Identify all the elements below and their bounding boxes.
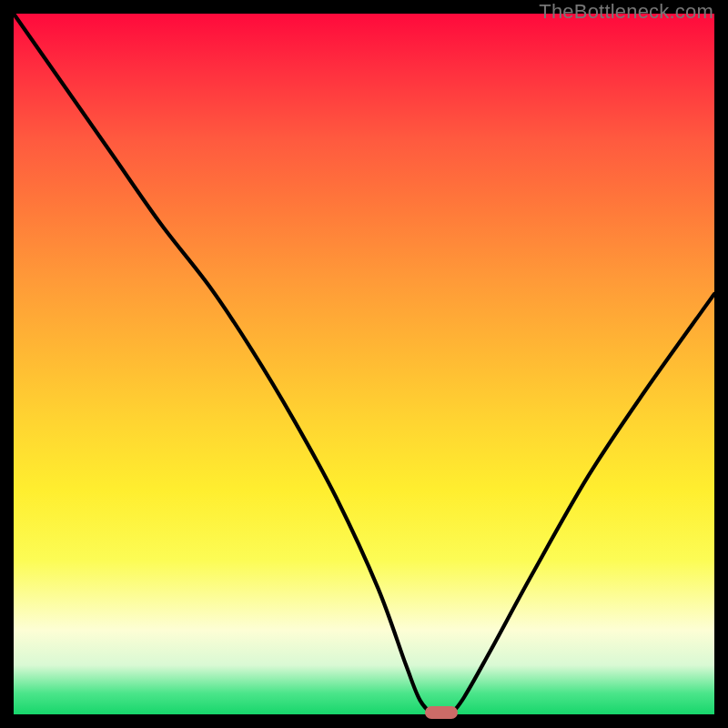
plot-area (14, 14, 714, 714)
watermark-text: TheBottleneck.com (539, 0, 713, 24)
bottleneck-curve (14, 14, 714, 714)
optimal-marker (425, 706, 458, 719)
chart-frame: TheBottleneck.com (0, 0, 728, 728)
